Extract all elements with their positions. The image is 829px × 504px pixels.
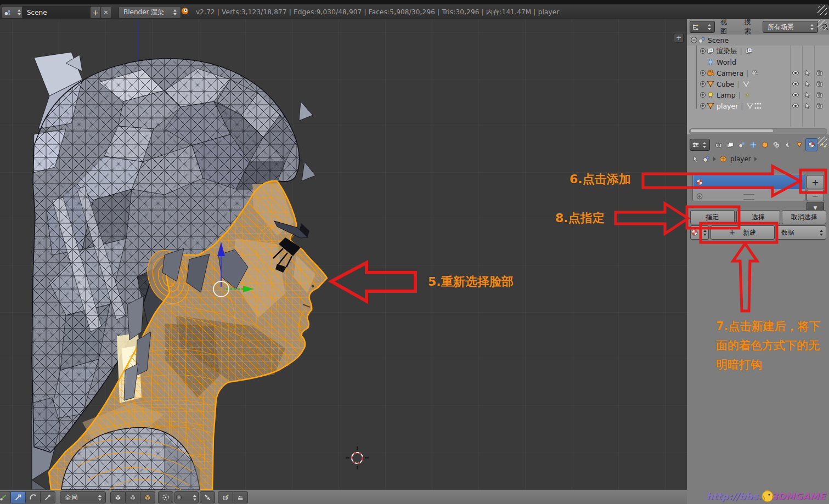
outliner-menu-view[interactable]: 视图 <box>715 18 739 36</box>
editor-type-button-info[interactable] <box>2 6 25 19</box>
window-resize-grip[interactable] <box>817 5 827 15</box>
annotation-text-5: 5.重新选择脸部 <box>428 274 514 290</box>
modifiers-tab[interactable] <box>782 139 793 151</box>
draw-mode-textured-button[interactable] <box>140 491 155 503</box>
tscene-icon <box>738 141 746 149</box>
cursor-3d <box>346 446 369 469</box>
render-engine-dropdown[interactable]: Blender 渲染 <box>119 6 181 19</box>
breadcrumb-arrow-icon <box>754 157 757 161</box>
draw-mode-shaded-button[interactable] <box>126 491 140 503</box>
tdata-icon <box>796 141 803 149</box>
expander-plus-icon[interactable] <box>699 69 707 77</box>
selectability-cursor-icon[interactable] <box>802 67 814 78</box>
manipulator-scale-button[interactable] <box>41 491 55 503</box>
renderability-camera-icon[interactable] <box>814 78 826 89</box>
material-slot-list[interactable] <box>692 174 805 201</box>
renderability-camera-icon[interactable] <box>814 67 826 78</box>
outliner-scrollbar[interactable] <box>689 128 827 134</box>
trender-icon <box>715 141 723 149</box>
outliner-item-label: player <box>717 102 738 110</box>
area-corner-grip[interactable] <box>817 20 827 30</box>
render-image-button[interactable] <box>218 491 233 503</box>
world-icon <box>707 58 714 66</box>
outliner-item-Lamp[interactable]: Lamp| <box>687 89 829 100</box>
annotation-text-6: 6.点击添加 <box>569 171 631 188</box>
pin-icon[interactable] <box>691 155 699 163</box>
outliner-item-World[interactable]: World <box>687 56 829 67</box>
selectability-cursor-icon[interactable] <box>802 89 814 100</box>
lampdata-icon <box>743 91 751 99</box>
viewport-3d[interactable]: + <box>0 19 687 490</box>
orientation-dropdown[interactable]: 全局 <box>60 491 106 503</box>
meshdata-icon <box>746 102 754 110</box>
list-resize-grip[interactable] <box>743 194 754 200</box>
scene-delete-button[interactable]: ✕ <box>100 6 111 19</box>
world-tab[interactable] <box>748 139 759 151</box>
scene-name-field[interactable]: Scene <box>22 6 95 19</box>
visibility-eye-icon[interactable] <box>789 100 802 111</box>
constraints-tab[interactable] <box>771 139 782 151</box>
expander-plus-icon[interactable] <box>699 102 707 110</box>
vgroup-icon <box>754 102 762 110</box>
falloff-dropdown[interactable] <box>174 491 199 503</box>
scrollbar-thumb[interactable] <box>691 129 773 132</box>
scene-tab[interactable] <box>736 139 747 151</box>
new-material-button[interactable]: + 新建 <box>710 225 775 240</box>
outliner-menu-search[interactable]: 搜索 <box>738 18 763 36</box>
expander-plus-icon[interactable] <box>699 47 707 55</box>
viewport-canvas <box>0 19 687 490</box>
expander-minus-icon[interactable] <box>690 36 698 44</box>
outliner-item-Scene[interactable]: Scene <box>687 35 829 46</box>
properties-editor-icon <box>692 141 700 149</box>
material-slot-selected[interactable] <box>693 175 805 189</box>
orientation-label: 全局 <box>65 493 78 502</box>
outliner-filter-dropdown[interactable]: 所有场景 <box>763 21 818 33</box>
draw-mode-solid-button[interactable] <box>110 491 126 503</box>
visibility-eye-icon[interactable] <box>789 78 802 89</box>
outliner-item-player[interactable]: player| <box>687 100 829 111</box>
assign-button[interactable]: 指定 <box>690 210 735 224</box>
manipulator-translate-button[interactable] <box>11 491 26 503</box>
deselect-button[interactable]: 取消选择 <box>782 210 826 224</box>
proportional-edit-button[interactable] <box>158 491 173 503</box>
selectability-cursor-icon[interactable] <box>802 100 814 111</box>
area-corner-grip[interactable] <box>817 137 827 146</box>
renderability-camera-icon[interactable] <box>814 89 826 100</box>
render-tab[interactable] <box>713 139 724 151</box>
render-layers-tab[interactable] <box>725 139 736 151</box>
region-expand-button[interactable]: + <box>674 33 684 43</box>
expander-plus-icon[interactable] <box>699 80 707 88</box>
slot-add-icon[interactable] <box>696 192 703 200</box>
data-dropdown[interactable]: 数据 <box>776 225 826 240</box>
expander-plus-icon[interactable] <box>699 91 707 99</box>
data-tab[interactable] <box>794 139 805 151</box>
object-tab[interactable] <box>759 139 770 151</box>
renderability-camera-icon[interactable] <box>814 100 826 111</box>
material-browse-icon <box>691 229 698 236</box>
select-button[interactable]: 选择 <box>736 210 781 224</box>
slot-remove-button[interactable]: − <box>807 190 824 201</box>
outliner-item-Camera[interactable]: Camera| <box>687 67 829 78</box>
visibility-eye-icon[interactable] <box>789 67 802 78</box>
slot-add-button[interactable]: + <box>807 175 824 189</box>
manipulate-center-button[interactable] <box>200 491 215 503</box>
selectability-cursor-icon[interactable] <box>802 78 814 89</box>
button-group-b <box>110 491 155 503</box>
editor-type-button-properties[interactable] <box>690 139 710 151</box>
manipulator-rotate-button[interactable] <box>26 491 41 503</box>
properties-header <box>687 138 829 152</box>
outliner-item-Cube[interactable]: Cube| <box>687 78 829 89</box>
editor-type-button-outliner[interactable] <box>690 21 715 33</box>
material-tab[interactable] <box>805 138 817 151</box>
render-anim-button[interactable] <box>233 491 248 503</box>
clapper-icon <box>236 494 244 501</box>
visibility-eye-icon[interactable] <box>789 89 802 100</box>
divider: | <box>737 80 739 88</box>
browse-material-button[interactable] <box>690 225 709 240</box>
outliner-item-渲染层[interactable]: 渲染层| <box>687 46 829 56</box>
outliner-header: 视图 搜索 所有场景 <box>687 19 829 35</box>
info-header: Scene + ✕ Blender 渲染 v2.72 | Verts:3,123… <box>0 0 829 19</box>
manipulator-toggle-button[interactable] <box>0 491 11 503</box>
scene-add-button[interactable]: + <box>90 6 101 19</box>
data-label: 数据 <box>781 228 794 237</box>
